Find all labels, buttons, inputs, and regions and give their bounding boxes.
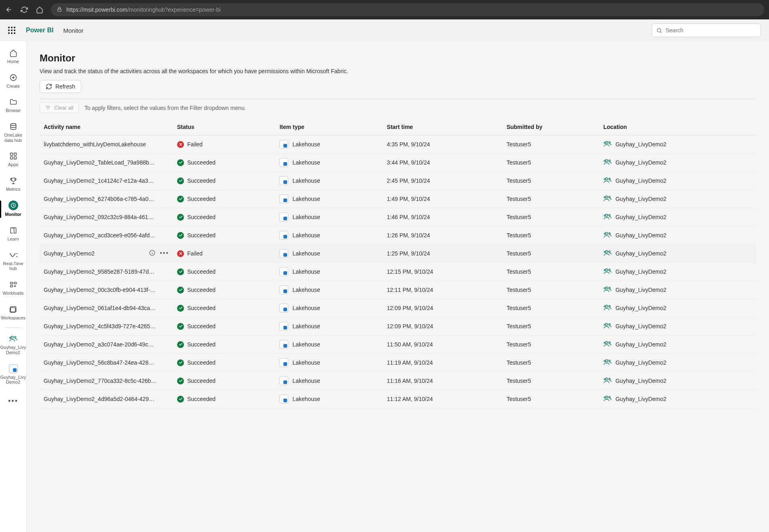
app-launcher-icon[interactable] <box>8 27 15 34</box>
activity-name[interactable]: Guyhay_LivyDemo2_1c4124c7-e12a-4a35-a399… <box>44 177 157 184</box>
col-header-status[interactable]: Status <box>173 120 275 135</box>
svg-rect-11 <box>10 285 13 287</box>
table-row[interactable]: Guyhay_LivyDemo2_56c8ba47-24ea-4289-a9bb… <box>40 354 756 372</box>
table-row[interactable]: Guyhay_LivyDemo2_770ca332-8c5c-426b-a8f6… <box>40 372 756 390</box>
rail-label: Guyhay_Livy Demo2 <box>0 375 26 385</box>
location-text[interactable]: Guyhay_LivyDemo2 <box>615 341 666 348</box>
table-row[interactable]: Guyhay_LivyDemo2_00c3c0fb-e904-413f-9e46… <box>40 281 756 299</box>
location-text[interactable]: Guyhay_LivyDemo2 <box>615 396 666 402</box>
svg-point-32 <box>606 232 608 234</box>
svg-point-47 <box>604 306 606 307</box>
location-text[interactable]: Guyhay_LivyDemo2 <box>615 287 666 293</box>
breadcrumb: Monitor <box>63 27 83 34</box>
table-row[interactable]: Guyhay_LivyDemo2_4c5f43d9-727e-4265-b7c8… <box>40 317 756 336</box>
location-text[interactable]: Guyhay_LivyDemo2 <box>615 141 666 148</box>
rail-onelake[interactable]: OneLake data hub <box>0 119 27 147</box>
table-row[interactable]: Guyhay_LivyDemo2_TableLoad_79a988be-69e6… <box>40 154 756 172</box>
col-header-start[interactable]: Start time <box>383 120 503 135</box>
col-header-activity[interactable]: Activity name <box>40 120 173 135</box>
submitted-by-text: Testuser5 <box>507 341 531 348</box>
table-row[interactable]: Guyhay_LivyDemo2_6274b06a-c785-4a07-9c04… <box>40 190 756 208</box>
rail-workspace-guyhay-1[interactable]: Guyhay_Livy Demo2 <box>0 331 27 359</box>
location-text[interactable]: Guyhay_LivyDemo2 <box>615 323 666 329</box>
activity-name[interactable]: Guyhay_LivyDemo2_061af1e4-db94-43ca-bdb2… <box>44 305 157 311</box>
location-text[interactable]: Guyhay_LivyDemo2 <box>615 159 666 166</box>
rail-browse[interactable]: Browse <box>0 94 27 117</box>
activity-name[interactable]: Guyhay_LivyDemo2_9585e287-5189-47d6-b877… <box>44 268 157 275</box>
home-icon[interactable] <box>36 6 44 14</box>
submitted-by-text: Testuser5 <box>507 359 531 366</box>
refresh-icon[interactable] <box>20 6 28 14</box>
start-time-text: 1:26 PM, 9/10/24 <box>387 232 430 239</box>
col-header-itemtype[interactable]: Item type <box>275 120 382 135</box>
activity-name[interactable]: Guyhay_LivyDemo2_6274b06a-c785-4a07-9c04… <box>44 196 157 202</box>
location-text[interactable]: Guyhay_LivyDemo2 <box>615 305 666 311</box>
activity-name[interactable]: Guyhay_LivyDemo2_770ca332-8c5c-426b-a8f6… <box>44 378 157 384</box>
svg-point-22 <box>604 160 606 162</box>
svg-point-1 <box>657 28 661 32</box>
rail-home[interactable]: Home <box>0 45 27 68</box>
location-text[interactable]: Guyhay_LivyDemo2 <box>615 177 666 184</box>
table-row[interactable]: Guyhay_LivyDemo2•••FailedLakehouse1:25 P… <box>40 245 756 263</box>
table-row[interactable]: Guyhay_LivyDemo2_acd3cee9-e056-4afd-bc56… <box>40 226 756 245</box>
activity-name[interactable]: Guyhay_LivyDemo2_00c3c0fb-e904-413f-9e46… <box>44 287 157 293</box>
workspace-icon <box>603 377 612 385</box>
table-row[interactable]: Guyhay_LivyDemo2_061af1e4-db94-43ca-bdb2… <box>40 299 756 317</box>
start-time-text: 12:11 PM, 9/10/24 <box>387 287 433 293</box>
rail-workspaces[interactable]: Workspaces <box>0 302 27 325</box>
activity-name[interactable]: Guyhay_LivyDemo2_TableLoad_79a988be-69e6… <box>44 159 157 166</box>
location-text[interactable]: Guyhay_LivyDemo2 <box>615 196 666 202</box>
activity-name[interactable]: Guyhay_LivyDemo2_acd3cee9-e056-4afd-bc56… <box>44 232 157 239</box>
table-row[interactable]: Guyhay_LivyDemo2_1c4124c7-e12a-4a35-a399… <box>40 172 756 190</box>
search-input[interactable] <box>652 23 761 37</box>
activity-name[interactable]: Guyhay_LivyDemo2_092c32c9-884a-461b-89e2… <box>44 214 157 220</box>
rail-metrics[interactable]: Metrics <box>0 173 27 196</box>
col-header-location[interactable]: Location <box>599 120 756 135</box>
rail-label: Monitor <box>5 212 21 217</box>
location-text[interactable]: Guyhay_LivyDemo2 <box>615 359 666 366</box>
brand[interactable]: Power BI <box>26 27 53 34</box>
svg-point-59 <box>604 378 606 380</box>
workspace-icon <box>603 195 612 203</box>
location-text[interactable]: Guyhay_LivyDemo2 <box>615 214 666 220</box>
back-icon[interactable] <box>5 6 13 14</box>
rail-create[interactable]: Create <box>0 70 27 93</box>
table-row[interactable]: Guyhay_LivyDemo2_9585e287-5189-47d6-b877… <box>40 263 756 281</box>
activity-name[interactable]: Guyhay_LivyDemo2_4c5f43d9-727e-4265-b7c8… <box>44 323 157 329</box>
location-text[interactable]: Guyhay_LivyDemo2 <box>615 232 666 239</box>
activity-name[interactable]: Guyhay_LivyDemo2_a3c074ae-20d6-49c6-9509… <box>44 341 157 348</box>
location-text[interactable]: Guyhay_LivyDemo2 <box>615 268 666 275</box>
item-type-text: Lakehouse <box>292 378 320 384</box>
location-text[interactable]: Guyhay_LivyDemo2 <box>615 250 666 257</box>
rail-apps[interactable]: Apps <box>0 148 27 171</box>
refresh-button[interactable]: Refresh <box>40 80 81 93</box>
activity-name[interactable]: Guyhay_LivyDemo2 <box>44 250 95 257</box>
more-icon[interactable]: ••• <box>160 249 169 258</box>
status-icon <box>177 305 184 312</box>
address-bar[interactable]: https://msit.powerbi.com/monitoringhub?e… <box>51 3 764 16</box>
rail-realtime[interactable]: Real-Time hub <box>0 247 27 275</box>
activity-name[interactable]: Guyhay_LivyDemo2_4d96a5d2-0464-4291-bf68… <box>44 396 157 402</box>
rail-monitor[interactable]: Monitor <box>0 197 27 221</box>
rail-workspace-guyhay-2[interactable]: Guyhay_Livy Demo2 <box>0 361 27 389</box>
svg-point-36 <box>606 250 608 252</box>
submitted-by-text: Testuser5 <box>507 232 531 239</box>
col-header-submitted[interactable]: Submitted by <box>503 120 599 135</box>
svg-point-52 <box>609 342 611 343</box>
rail-more[interactable]: ••• <box>0 394 27 410</box>
svg-point-26 <box>606 196 608 198</box>
activity-name[interactable]: Guyhay_LivyDemo2_56c8ba47-24ea-4289-a9bb… <box>44 359 157 366</box>
page-description: View and track the status of the activit… <box>40 68 756 74</box>
svg-rect-7 <box>14 157 16 159</box>
status-text: Succeeded <box>187 287 215 293</box>
info-icon[interactable] <box>149 249 156 258</box>
table-row[interactable]: Guyhay_LivyDemo2_092c32c9-884a-461b-89e2… <box>40 208 756 226</box>
rail-workloads[interactable]: Workloads <box>0 277 27 300</box>
table-row[interactable]: livybatchdemo_withLivyDemoLakehouseFaile… <box>40 135 756 154</box>
table-row[interactable]: Guyhay_LivyDemo2_4d96a5d2-0464-4291-bf68… <box>40 390 756 408</box>
activity-name[interactable]: livybatchdemo_withLivyDemoLakehouse <box>44 141 146 148</box>
table-row[interactable]: Guyhay_LivyDemo2_a3c074ae-20d6-49c6-9509… <box>40 336 756 354</box>
location-text[interactable]: Guyhay_LivyDemo2 <box>615 378 666 384</box>
rail-learn[interactable]: Learn <box>0 223 27 246</box>
search-field[interactable] <box>665 27 756 34</box>
